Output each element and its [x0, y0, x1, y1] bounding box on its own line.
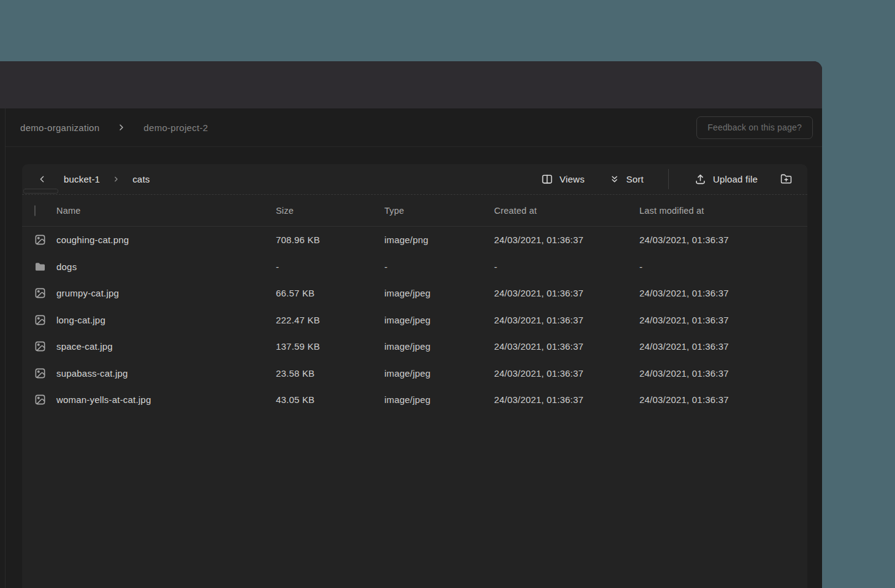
table-row[interactable]: dogs - - - - [22, 254, 807, 281]
row-type-icon [34, 314, 56, 326]
image-file-icon [34, 341, 46, 352]
file-created-at: 24/03/2021, 01:36:37 [494, 368, 639, 379]
table-row[interactable]: coughing-cat.png 708.96 KB image/png 24/… [22, 227, 807, 254]
select-all-checkbox[interactable] [34, 205, 36, 216]
column-header-type: Type [384, 206, 494, 216]
file-name: supabass-cat.jpg [56, 368, 276, 379]
file-modified-at: 24/03/2021, 01:36:37 [639, 394, 807, 405]
file-created-at: - [494, 262, 639, 272]
table-row[interactable]: woman-yells-at-cat.jpg 43.05 KB image/jp… [22, 386, 807, 413]
file-size: 137.59 KB [276, 341, 384, 352]
file-size: - [276, 262, 384, 272]
file-created-at: 24/03/2021, 01:36:37 [494, 235, 639, 245]
file-name: grumpy-cat.jpg [56, 288, 276, 298]
file-list: coughing-cat.png 708.96 KB image/png 24/… [22, 227, 807, 413]
column-header-name: Name [56, 206, 276, 216]
row-type-icon [34, 394, 56, 405]
file-type: image/jpeg [384, 368, 494, 379]
chevron-left-icon [37, 174, 47, 184]
org-breadcrumb-bar: demo-organization demo-project-2 Feedbac… [6, 108, 822, 147]
file-name: long-cat.jpg [56, 315, 276, 325]
breadcrumb-project[interactable]: demo-project-2 [143, 123, 208, 133]
row-type-icon [34, 234, 56, 246]
sort-button[interactable]: Sort [609, 174, 644, 184]
file-size: 66.57 KB [276, 288, 384, 298]
chevron-right-icon [112, 175, 120, 183]
table-row[interactable]: supabass-cat.jpg 23.58 KB image/jpeg 24/… [22, 360, 807, 387]
chevron-right-icon [116, 123, 126, 132]
upload-icon [695, 173, 706, 185]
file-modified-at: 24/03/2021, 01:36:37 [639, 368, 807, 379]
explorer-toolbar: bucket-1 cats Views Sort [22, 164, 807, 195]
file-type: image/jpeg [384, 394, 494, 405]
table-row[interactable]: space-cat.jpg 137.59 KB image/jpeg 24/03… [22, 333, 807, 360]
column-header-last-modified-at: Last modified at [639, 206, 807, 216]
views-button[interactable]: Views [541, 173, 585, 185]
file-name: coughing-cat.png [56, 235, 276, 245]
file-created-at: 24/03/2021, 01:36:37 [494, 394, 639, 405]
sort-label: Sort [626, 174, 644, 184]
file-name: woman-yells-at-cat.jpg [56, 394, 276, 405]
table-header-row: Name Size Type Created at Last modified … [22, 195, 807, 227]
file-size: 43.05 KB [276, 394, 384, 405]
folder-plus-icon [780, 173, 792, 185]
image-file-icon [34, 287, 46, 299]
drop-outline-fragment [23, 189, 58, 194]
file-created-at: 24/03/2021, 01:36:37 [494, 315, 639, 325]
file-size: 23.58 KB [276, 368, 384, 379]
table-row[interactable]: long-cat.jpg 222.47 KB image/jpeg 24/03/… [22, 307, 807, 334]
row-type-icon [34, 261, 56, 273]
columns-icon [541, 173, 553, 185]
row-type-icon [34, 287, 56, 299]
column-header-size: Size [276, 206, 384, 216]
back-button[interactable] [33, 171, 50, 188]
toolbar-divider [668, 169, 669, 189]
column-header-created-at: Created at [494, 206, 639, 216]
new-folder-button[interactable] [780, 173, 792, 185]
file-size: 708.96 KB [276, 235, 384, 245]
file-size: 222.47 KB [276, 315, 384, 325]
file-name: space-cat.jpg [56, 341, 276, 352]
left-rail-divider [5, 108, 6, 588]
table-row[interactable]: grumpy-cat.jpg 66.57 KB image/jpeg 24/03… [22, 280, 807, 307]
row-type-icon [34, 368, 56, 379]
feedback-button[interactable]: Feedback on this page? [696, 116, 813, 139]
row-type-icon [34, 341, 56, 352]
file-modified-at: 24/03/2021, 01:36:37 [639, 341, 807, 352]
file-type: image/png [384, 235, 494, 245]
folder-icon [34, 261, 46, 273]
toolbar-actions: Views Sort Upload file [541, 169, 792, 189]
file-type: - [384, 262, 494, 272]
storage-explorer-panel: bucket-1 cats Views Sort [22, 164, 807, 588]
file-modified-at: 24/03/2021, 01:36:37 [639, 315, 807, 325]
file-created-at: 24/03/2021, 01:36:37 [494, 288, 639, 298]
views-label: Views [560, 174, 585, 184]
path-current-folder[interactable]: cats [132, 174, 150, 184]
image-file-icon [34, 368, 46, 379]
image-file-icon [34, 234, 46, 246]
image-file-icon [34, 314, 46, 326]
file-created-at: 24/03/2021, 01:36:37 [494, 341, 639, 352]
window-titlebar [0, 61, 822, 108]
file-modified-at: 24/03/2021, 01:36:37 [639, 288, 807, 298]
file-modified-at: 24/03/2021, 01:36:37 [639, 235, 807, 245]
chevrons-down-icon [609, 174, 620, 184]
file-type: image/jpeg [384, 315, 494, 325]
upload-file-label: Upload file [713, 174, 758, 184]
image-file-icon [34, 394, 46, 405]
file-name: dogs [56, 262, 276, 272]
breadcrumb-organization[interactable]: demo-organization [20, 123, 99, 133]
file-modified-at: - [639, 262, 807, 272]
app-window: demo-organization demo-project-2 Feedbac… [0, 61, 822, 588]
upload-file-button[interactable]: Upload file [695, 173, 758, 185]
file-type: image/jpeg [384, 341, 494, 352]
path-bucket[interactable]: bucket-1 [64, 174, 100, 184]
path-breadcrumb: bucket-1 cats [64, 174, 150, 184]
file-type: image/jpeg [384, 288, 494, 298]
